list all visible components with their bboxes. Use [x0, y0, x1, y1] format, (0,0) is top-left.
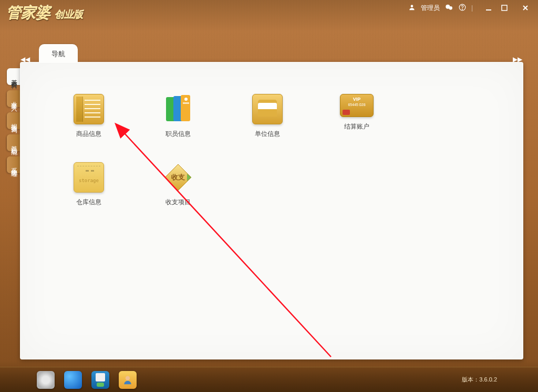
app-title-sub: 创业版	[55, 8, 83, 21]
title-controls: 管理员 |	[408, 3, 532, 13]
window-controls	[482, 4, 532, 12]
task-icon-database[interactable]	[91, 371, 109, 389]
maximize-button[interactable]	[498, 4, 511, 12]
side-tab-report[interactable]: 报表查询	[7, 112, 20, 129]
icon-label-account: 结算账户	[344, 122, 369, 131]
svg-point-2	[449, 6, 452, 10]
app-title-main: 管家婆	[6, 3, 50, 23]
folder-body: 商品信息 职员信息 单位信息	[20, 62, 523, 359]
icon-item-product[interactable]: 商品信息	[47, 94, 131, 157]
tab-prev-arrow-icon[interactable]: ◀◀	[20, 56, 30, 63]
icon-grid: 商品信息 职员信息 单位信息	[20, 62, 523, 257]
product-icon	[74, 94, 104, 124]
svg-point-0	[411, 5, 413, 7]
wechat-icon[interactable]	[445, 3, 453, 13]
user-label[interactable]: 管理员	[421, 4, 440, 13]
tab-next-arrow-icon[interactable]: ▶▶	[513, 56, 523, 63]
app-title: 管家婆 创业版	[6, 3, 83, 23]
vip-text: VIP	[340, 97, 373, 102]
svg-rect-6	[502, 5, 507, 10]
svg-text:收支: 收支	[171, 173, 185, 181]
icon-label-staff: 职员信息	[165, 130, 191, 139]
main-folder: ◀◀ 导航 ▶▶ 商品信息 职员信息	[20, 42, 523, 359]
svg-marker-14	[187, 174, 191, 181]
account-icon: VIP 65445 028	[340, 94, 374, 117]
tab-navigation[interactable]: 导航	[39, 44, 78, 63]
side-tab-entry[interactable]: 业务录入	[7, 90, 20, 107]
side-tab-system[interactable]: 系统管理	[7, 156, 20, 173]
icon-label-product: 商品信息	[76, 130, 101, 139]
icon-label-unit: 单位信息	[255, 130, 280, 139]
icon-item-staff[interactable]: 职员信息	[136, 94, 220, 157]
taskbar: 版本：3.6.0.2	[0, 367, 538, 392]
help-icon[interactable]	[459, 4, 466, 13]
tab-strip: ◀◀ 导航 ▶▶	[20, 42, 523, 63]
icon-label-payment: 收支项目	[165, 198, 191, 207]
payment-icon: 收支	[163, 162, 193, 193]
user-icon[interactable]	[408, 4, 416, 13]
svg-point-10	[184, 98, 188, 101]
icon-item-account[interactable]: VIP 65445 028 结算账户	[315, 94, 399, 157]
minimize-button[interactable]	[482, 4, 495, 12]
close-button[interactable]	[519, 4, 532, 12]
side-tabs: 基本资料 业务录入 报表查询 其它功能 系统管理	[7, 68, 20, 173]
svg-rect-11	[183, 102, 189, 104]
task-icon-globe[interactable]	[64, 371, 82, 389]
card-number: 65445 028	[340, 103, 373, 107]
icon-item-storage[interactable]: storage 仓库信息	[47, 162, 131, 225]
separator: |	[471, 4, 473, 12]
storage-icon: storage	[74, 162, 104, 193]
storage-text: storage	[79, 178, 99, 183]
icon-item-payment[interactable]: 收支 收支项目	[136, 162, 220, 225]
task-icon-disk[interactable]	[37, 371, 55, 389]
icon-label-storage: 仓库信息	[76, 198, 101, 207]
task-icon-user[interactable]	[119, 371, 137, 389]
title-bar: 管家婆 创业版 管理员 |	[0, 0, 538, 26]
icon-item-unit[interactable]: 单位信息	[225, 94, 309, 157]
unionpay-mark	[343, 110, 350, 115]
svg-point-15	[126, 376, 130, 380]
svg-rect-5	[486, 9, 491, 10]
unit-icon	[252, 94, 283, 124]
version-label: 版本：3.6.0.2	[462, 376, 501, 384]
svg-point-4	[462, 9, 462, 9]
side-tab-other[interactable]: 其它功能	[7, 134, 20, 151]
staff-icon	[163, 94, 193, 124]
side-tab-basic[interactable]: 基本资料	[7, 68, 20, 85]
